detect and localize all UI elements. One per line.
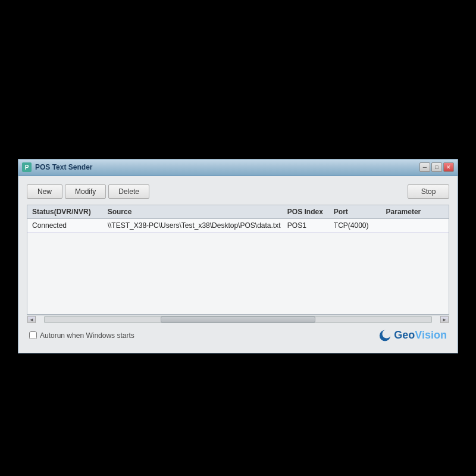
cell-status: Connected xyxy=(32,221,108,230)
autorun-label[interactable]: Autorun when Windows starts xyxy=(29,331,134,340)
new-button[interactable]: New xyxy=(27,184,62,199)
toolbar-left: New Modify Delete xyxy=(27,184,149,199)
horizontal-scrollbar[interactable]: ◄ ► xyxy=(27,315,449,324)
col-header-status: Status(DVR/NVR) xyxy=(32,208,108,216)
scroll-right-arrow[interactable]: ► xyxy=(440,316,449,323)
cell-port: TCP(4000) xyxy=(334,221,386,230)
geovision-logo: GeoVision xyxy=(378,329,447,342)
data-table: Status(DVR/NVR) Source POS Index Port Pa… xyxy=(27,205,449,315)
modify-button[interactable]: Modify xyxy=(65,184,106,199)
toolbar: New Modify Delete Stop xyxy=(27,184,449,199)
delete-button[interactable]: Delete xyxy=(108,184,149,199)
col-header-parameter: Parameter xyxy=(386,208,444,216)
maximize-button[interactable]: □ xyxy=(431,162,442,172)
col-header-port: Port xyxy=(334,208,386,216)
table-header: Status(DVR/NVR) Source POS Index Port Pa… xyxy=(27,205,449,219)
window-title: POS Text Sender xyxy=(35,163,419,171)
cell-pos-index: POS1 xyxy=(287,221,334,230)
geovision-text: GeoVision xyxy=(394,329,447,342)
window-body: New Modify Delete Stop Status(DVR/NVR) S… xyxy=(18,176,458,353)
cell-parameter xyxy=(386,221,444,230)
scrollbar-thumb[interactable] xyxy=(161,317,315,322)
toolbar-right: Stop xyxy=(408,184,449,199)
autorun-text: Autorun when Windows starts xyxy=(40,331,134,340)
cell-source: \\TEST_X38-PC\Users\Test_x38\Desktop\POS… xyxy=(108,221,287,230)
col-header-source: Source xyxy=(108,208,287,216)
titlebar: P POS Text Sender ─ □ ✕ xyxy=(18,159,458,176)
window-controls: ─ □ ✕ xyxy=(419,162,454,172)
svg-point-1 xyxy=(383,329,392,338)
main-window: P POS Text Sender ─ □ ✕ New Modify Delet… xyxy=(18,159,458,353)
geovision-icon xyxy=(378,329,392,342)
footer: Autorun when Windows starts GeoVision xyxy=(27,324,449,345)
autorun-checkbox[interactable] xyxy=(29,331,37,339)
table-body: Connected \\TEST_X38-PC\Users\Test_x38\D… xyxy=(27,219,449,314)
stop-button[interactable]: Stop xyxy=(408,184,449,199)
col-header-pos-index: POS Index xyxy=(287,208,334,216)
close-button[interactable]: ✕ xyxy=(443,162,454,172)
table-row[interactable]: Connected \\TEST_X38-PC\Users\Test_x38\D… xyxy=(27,219,449,233)
app-icon: P xyxy=(22,162,32,172)
scroll-left-arrow[interactable]: ◄ xyxy=(27,316,36,323)
minimize-button[interactable]: ─ xyxy=(419,162,430,172)
scrollbar-track[interactable] xyxy=(44,316,432,323)
